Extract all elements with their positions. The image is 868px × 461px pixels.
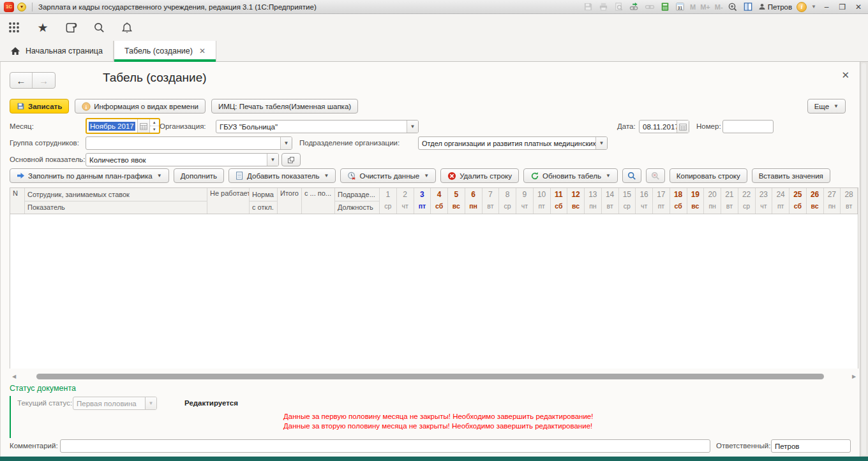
maximize-button[interactable]: ❒ bbox=[837, 3, 848, 11]
employee-group-dropdown-icon[interactable]: ▼ bbox=[280, 137, 292, 149]
date-calendar-icon[interactable] bbox=[677, 121, 689, 133]
warning-first-half: Данные за первую половину месяца не закр… bbox=[283, 412, 593, 421]
responsible-input[interactable] bbox=[771, 439, 851, 453]
editing-state-label: Редактируется bbox=[184, 399, 238, 407]
organization-label: Организация: bbox=[160, 122, 206, 130]
info-caret-icon[interactable]: ▼ bbox=[811, 4, 816, 10]
delete-row-label: Удалить строку bbox=[460, 172, 512, 180]
open-indicator-button[interactable] bbox=[281, 153, 301, 166]
favorites-star-icon[interactable]: ★ bbox=[36, 20, 50, 34]
save-button[interactable]: Записать bbox=[10, 99, 69, 113]
get-link-icon[interactable] bbox=[644, 2, 655, 12]
current-status-combo[interactable]: Первая половина ▼ bbox=[73, 397, 157, 410]
day-header-12: 12вс bbox=[567, 188, 585, 214]
day-header-27: 27пн bbox=[824, 188, 841, 214]
scroll-right-icon[interactable]: ▶ bbox=[849, 374, 858, 379]
calculator-icon[interactable] bbox=[659, 2, 670, 12]
calc-memory-m-plus[interactable]: M+ bbox=[700, 3, 710, 11]
home-icon bbox=[10, 47, 20, 55]
info-icon[interactable]: i bbox=[797, 2, 807, 12]
print-preview-icon[interactable] bbox=[613, 2, 624, 12]
department-dropdown-icon[interactable]: ▼ bbox=[595, 137, 607, 149]
copy-row-label: Копировать строку bbox=[677, 172, 740, 180]
close-button[interactable]: ✕ bbox=[853, 3, 864, 11]
current-status-value: Первая половина bbox=[73, 397, 145, 409]
cancel-search-button[interactable] bbox=[646, 168, 665, 183]
refresh-timesheet-button[interactable]: Обновить табель▼ bbox=[523, 168, 618, 183]
scrollbar-track[interactable] bbox=[19, 374, 849, 379]
calc-memory-m-minus[interactable]: M- bbox=[715, 3, 723, 11]
fill-by-plan-button[interactable]: Заполнить по данным план-графика▼ bbox=[10, 168, 169, 183]
col-department-top: Подразде... bbox=[335, 188, 379, 201]
organization-combo[interactable]: ГБУЗ "Больница" ▼ bbox=[216, 120, 419, 133]
scrollbar-thumb[interactable] bbox=[36, 374, 824, 379]
day-header-28: 28вт bbox=[841, 188, 858, 214]
save-icon[interactable] bbox=[583, 2, 594, 12]
current-user[interactable]: Петров bbox=[758, 3, 792, 11]
imc-print-button[interactable]: ИМЦ: Печать табеля(Изменная шапка) bbox=[211, 99, 358, 113]
search-icon[interactable] bbox=[92, 20, 106, 34]
delete-row-button[interactable]: Удалить строку bbox=[440, 168, 519, 183]
month-calendar-icon[interactable] bbox=[137, 119, 149, 133]
zoom-icon[interactable] bbox=[728, 2, 738, 12]
calc-memory-m[interactable]: M bbox=[690, 3, 696, 11]
back-button[interactable]: ← bbox=[10, 73, 33, 88]
month-spinner[interactable]: ▲▼ bbox=[149, 119, 159, 133]
minimize-button[interactable]: – bbox=[821, 3, 832, 11]
comment-input[interactable] bbox=[60, 439, 710, 453]
tab-timesheet[interactable]: Табель (создание) ✕ bbox=[114, 41, 216, 61]
save-button-label: Записать bbox=[28, 103, 62, 110]
grid-body[interactable] bbox=[10, 214, 858, 369]
calendar-icon[interactable]: 31 bbox=[675, 2, 685, 12]
chevron-down-icon: ▼ bbox=[424, 173, 429, 179]
paste-values-button[interactable]: Вставить значения bbox=[752, 168, 830, 183]
time-info-button[interactable]: i Информация о видах времени bbox=[75, 99, 206, 113]
supplement-label: Дополнить bbox=[181, 172, 217, 180]
date-field[interactable]: 08.11.2017 bbox=[639, 120, 689, 133]
tab-bar: Начальная страница Табель (создание) ✕ bbox=[0, 41, 868, 62]
current-status-label: Текущий статус: bbox=[17, 399, 72, 407]
page-title: Табель (создание) bbox=[103, 71, 207, 85]
forward-button[interactable]: → bbox=[33, 73, 55, 88]
chevron-down-icon: ▼ bbox=[157, 173, 162, 179]
copy-row-button[interactable]: Копировать строку bbox=[670, 168, 747, 183]
apps-menu-icon[interactable] bbox=[8, 20, 22, 34]
status-warnings: Данные за первую половину месяца не закр… bbox=[283, 412, 593, 431]
main-indicator-combo[interactable]: Количество явок ▼ bbox=[86, 153, 279, 166]
split-window-icon[interactable] bbox=[743, 2, 754, 12]
add-link-icon[interactable] bbox=[629, 2, 640, 12]
refresh-label: Обновить табель bbox=[542, 172, 601, 180]
number-input[interactable] bbox=[722, 120, 774, 133]
vertical-scrollbar[interactable] bbox=[860, 62, 868, 457]
organization-value: ГБУЗ "Больница" bbox=[216, 121, 407, 133]
add-indicator-button[interactable]: Добавить показатель▼ bbox=[228, 168, 336, 183]
col-norm-dev: с откл. bbox=[250, 201, 277, 214]
employee-group-combo[interactable]: ▼ bbox=[86, 136, 292, 150]
day-header-23: 23чт bbox=[756, 188, 773, 214]
day-header-10: 10пт bbox=[534, 188, 551, 214]
more-button[interactable]: Еще▼ bbox=[807, 99, 846, 113]
main-indicator-dropdown-icon[interactable]: ▼ bbox=[267, 154, 278, 166]
table-search-button[interactable] bbox=[622, 168, 641, 183]
scroll-left-icon[interactable]: ◀ bbox=[10, 374, 19, 379]
day-header-1: 1ср bbox=[380, 188, 397, 214]
horizontal-scrollbar[interactable]: ◀ ▶ bbox=[10, 373, 858, 380]
history-icon[interactable] bbox=[64, 20, 78, 34]
print-icon[interactable] bbox=[598, 2, 609, 12]
form-close-icon[interactable]: ✕ bbox=[841, 70, 849, 81]
month-field[interactable]: Ноябрь 2017 ▲▼ bbox=[86, 118, 160, 134]
supplement-button[interactable]: Дополнить bbox=[174, 168, 224, 183]
titlebar: 1С ▼ Зарплата и кадры государственного у… bbox=[0, 0, 868, 14]
organization-dropdown-icon[interactable]: ▼ bbox=[407, 121, 418, 133]
grid-header: N Сотрудник, занимаемых ставок Показател… bbox=[10, 188, 858, 214]
tab-home[interactable]: Начальная страница bbox=[0, 41, 114, 61]
clear-data-button[interactable]: Очистить данные▼ bbox=[340, 168, 436, 183]
notifications-bell-icon[interactable] bbox=[120, 20, 134, 34]
vertical-scrollbar-track[interactable] bbox=[862, 63, 866, 455]
open-window-icon bbox=[287, 156, 295, 164]
tab-close-icon[interactable]: ✕ bbox=[199, 47, 206, 55]
chevron-down-icon: ▼ bbox=[606, 173, 611, 179]
tab-home-label: Начальная страница bbox=[26, 47, 103, 55]
department-combo[interactable]: Отдел организации и развития платных мед… bbox=[418, 136, 608, 150]
main-menu-arrow-icon[interactable]: ▼ bbox=[17, 3, 26, 11]
